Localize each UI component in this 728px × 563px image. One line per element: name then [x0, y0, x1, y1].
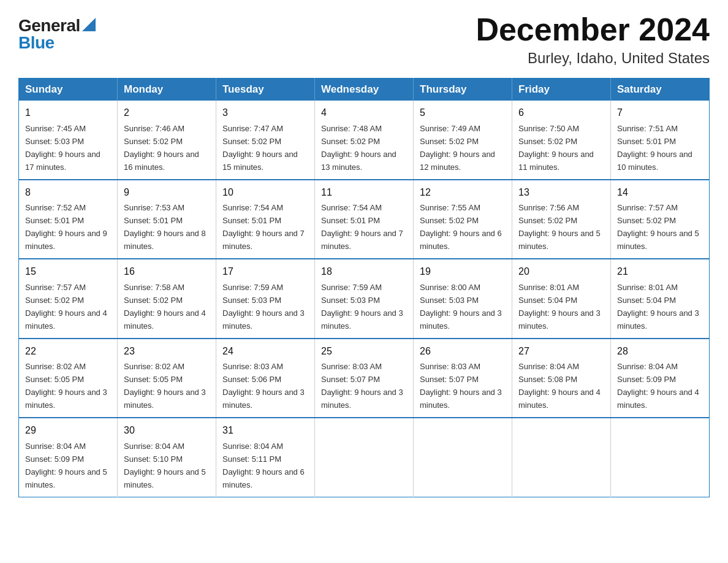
day-number: 5 [420, 105, 506, 121]
weekday-header-row: Sunday Monday Tuesday Wednesday Thursday… [19, 79, 710, 101]
table-row: 23 Sunrise: 8:02 AMSunset: 5:05 PMDaylig… [118, 339, 216, 418]
calendar-week-row: 15 Sunrise: 7:57 AMSunset: 5:02 PMDaylig… [19, 259, 710, 338]
day-number: 3 [222, 105, 308, 121]
table-row: 26 Sunrise: 8:03 AMSunset: 5:07 PMDaylig… [414, 339, 512, 418]
day-number: 6 [518, 105, 604, 121]
logo-triangle-icon [82, 18, 96, 31]
table-row: 7 Sunrise: 7:51 AMSunset: 5:01 PMDayligh… [611, 101, 710, 179]
day-number: 16 [124, 264, 210, 280]
table-row: 29 Sunrise: 8:04 AMSunset: 5:09 PMDaylig… [19, 418, 118, 497]
table-row: 19 Sunrise: 8:00 AMSunset: 5:03 PMDaylig… [414, 259, 512, 338]
day-info: Sunrise: 7:54 AMSunset: 5:01 PMDaylight:… [222, 203, 305, 251]
day-number: 27 [518, 344, 604, 359]
day-info: Sunrise: 8:01 AMSunset: 5:04 PMDaylight:… [617, 283, 699, 331]
table-row: 1 Sunrise: 7:45 AMSunset: 5:03 PMDayligh… [19, 101, 118, 179]
calendar-week-row: 22 Sunrise: 8:02 AMSunset: 5:05 PMDaylig… [19, 339, 710, 418]
day-number: 9 [124, 185, 210, 201]
logo-blue-text: Blue [18, 34, 55, 52]
table-row: 13 Sunrise: 7:56 AMSunset: 5:02 PMDaylig… [512, 180, 611, 259]
table-row [315, 418, 414, 497]
day-number: 25 [321, 344, 407, 359]
table-row: 15 Sunrise: 7:57 AMSunset: 5:02 PMDaylig… [19, 259, 118, 338]
page-header: General Blue December 2024 Burley, Idaho… [18, 12, 710, 67]
table-row: 16 Sunrise: 7:58 AMSunset: 5:02 PMDaylig… [118, 259, 216, 338]
table-row: 21 Sunrise: 8:01 AMSunset: 5:04 PMDaylig… [611, 259, 710, 338]
day-info: Sunrise: 8:03 AMSunset: 5:06 PMDaylight:… [222, 362, 305, 410]
day-info: Sunrise: 8:04 AMSunset: 5:08 PMDaylight:… [518, 362, 601, 410]
header-thursday: Thursday [414, 79, 512, 101]
day-info: Sunrise: 8:04 AMSunset: 5:09 PMDaylight:… [25, 442, 107, 489]
day-number: 4 [321, 105, 407, 121]
day-info: Sunrise: 7:46 AMSunset: 5:02 PMDaylight:… [124, 124, 199, 172]
day-number: 20 [518, 264, 604, 280]
day-info: Sunrise: 7:54 AMSunset: 5:01 PMDaylight:… [321, 203, 403, 251]
header-sunday: Sunday [19, 79, 118, 101]
title-area: December 2024 Burley, Idaho, United Stat… [476, 12, 710, 67]
day-info: Sunrise: 7:56 AMSunset: 5:02 PMDaylight:… [518, 203, 601, 251]
table-row: 18 Sunrise: 7:59 AMSunset: 5:03 PMDaylig… [315, 259, 414, 338]
table-row: 31 Sunrise: 8:04 AMSunset: 5:11 PMDaylig… [216, 418, 315, 497]
day-info: Sunrise: 8:03 AMSunset: 5:07 PMDaylight:… [321, 362, 403, 410]
day-number: 12 [420, 185, 506, 201]
table-row: 6 Sunrise: 7:50 AMSunset: 5:02 PMDayligh… [512, 101, 611, 179]
table-row: 2 Sunrise: 7:46 AMSunset: 5:02 PMDayligh… [118, 101, 216, 179]
calendar-week-row: 1 Sunrise: 7:45 AMSunset: 5:03 PMDayligh… [19, 101, 710, 179]
header-monday: Monday [118, 79, 216, 101]
table-row: 3 Sunrise: 7:47 AMSunset: 5:02 PMDayligh… [216, 101, 315, 179]
day-number: 30 [124, 423, 210, 439]
day-info: Sunrise: 8:03 AMSunset: 5:07 PMDaylight:… [420, 362, 502, 410]
calendar-week-row: 8 Sunrise: 7:52 AMSunset: 5:01 PMDayligh… [19, 180, 710, 259]
table-row: 30 Sunrise: 8:04 AMSunset: 5:10 PMDaylig… [118, 418, 216, 497]
day-info: Sunrise: 7:55 AMSunset: 5:02 PMDaylight:… [420, 203, 502, 251]
table-row: 17 Sunrise: 7:59 AMSunset: 5:03 PMDaylig… [216, 259, 315, 338]
day-number: 23 [124, 344, 210, 359]
day-info: Sunrise: 7:49 AMSunset: 5:02 PMDaylight:… [420, 124, 495, 172]
table-row: 27 Sunrise: 8:04 AMSunset: 5:08 PMDaylig… [512, 339, 611, 418]
day-info: Sunrise: 7:59 AMSunset: 5:03 PMDaylight:… [321, 283, 403, 331]
table-row: 25 Sunrise: 8:03 AMSunset: 5:07 PMDaylig… [315, 339, 414, 418]
table-row: 8 Sunrise: 7:52 AMSunset: 5:01 PMDayligh… [19, 180, 118, 259]
day-info: Sunrise: 7:52 AMSunset: 5:01 PMDaylight:… [25, 203, 107, 251]
day-number: 21 [617, 264, 703, 280]
header-tuesday: Tuesday [216, 79, 315, 101]
logo: General Blue [18, 12, 96, 52]
day-info: Sunrise: 8:04 AMSunset: 5:09 PMDaylight:… [617, 362, 699, 410]
table-row: 28 Sunrise: 8:04 AMSunset: 5:09 PMDaylig… [611, 339, 710, 418]
svg-marker-0 [82, 18, 96, 31]
day-number: 18 [321, 264, 407, 280]
day-number: 10 [222, 185, 308, 201]
calendar-week-row: 29 Sunrise: 8:04 AMSunset: 5:09 PMDaylig… [19, 418, 710, 497]
day-info: Sunrise: 8:00 AMSunset: 5:03 PMDaylight:… [420, 283, 502, 331]
table-row: 10 Sunrise: 7:54 AMSunset: 5:01 PMDaylig… [216, 180, 315, 259]
day-info: Sunrise: 7:47 AMSunset: 5:02 PMDaylight:… [222, 124, 298, 172]
day-number: 24 [222, 344, 308, 359]
table-row [611, 418, 710, 497]
day-info: Sunrise: 8:04 AMSunset: 5:11 PMDaylight:… [222, 442, 305, 489]
header-wednesday: Wednesday [315, 79, 414, 101]
table-row: 22 Sunrise: 8:02 AMSunset: 5:05 PMDaylig… [19, 339, 118, 418]
day-number: 26 [420, 344, 506, 359]
day-number: 15 [25, 264, 111, 280]
day-info: Sunrise: 7:59 AMSunset: 5:03 PMDaylight:… [222, 283, 305, 331]
table-row: 11 Sunrise: 7:54 AMSunset: 5:01 PMDaylig… [315, 180, 414, 259]
location-subtitle: Burley, Idaho, United States [476, 50, 710, 67]
header-saturday: Saturday [611, 79, 710, 101]
month-year-title: December 2024 [476, 12, 710, 47]
day-number: 17 [222, 264, 308, 280]
day-number: 14 [617, 185, 703, 201]
day-number: 1 [25, 105, 111, 121]
day-number: 7 [617, 105, 703, 121]
day-info: Sunrise: 8:02 AMSunset: 5:05 PMDaylight:… [124, 362, 206, 410]
day-number: 28 [617, 344, 703, 359]
table-row [414, 418, 512, 497]
logo-general-text: General [18, 17, 80, 34]
table-row: 5 Sunrise: 7:49 AMSunset: 5:02 PMDayligh… [414, 101, 512, 179]
day-info: Sunrise: 7:57 AMSunset: 5:02 PMDaylight:… [25, 283, 107, 331]
day-info: Sunrise: 8:01 AMSunset: 5:04 PMDaylight:… [518, 283, 601, 331]
table-row: 20 Sunrise: 8:01 AMSunset: 5:04 PMDaylig… [512, 259, 611, 338]
calendar-table: Sunday Monday Tuesday Wednesday Thursday… [18, 78, 710, 497]
day-number: 31 [222, 423, 308, 439]
header-friday: Friday [512, 79, 611, 101]
day-number: 19 [420, 264, 506, 280]
day-info: Sunrise: 7:57 AMSunset: 5:02 PMDaylight:… [617, 203, 699, 251]
